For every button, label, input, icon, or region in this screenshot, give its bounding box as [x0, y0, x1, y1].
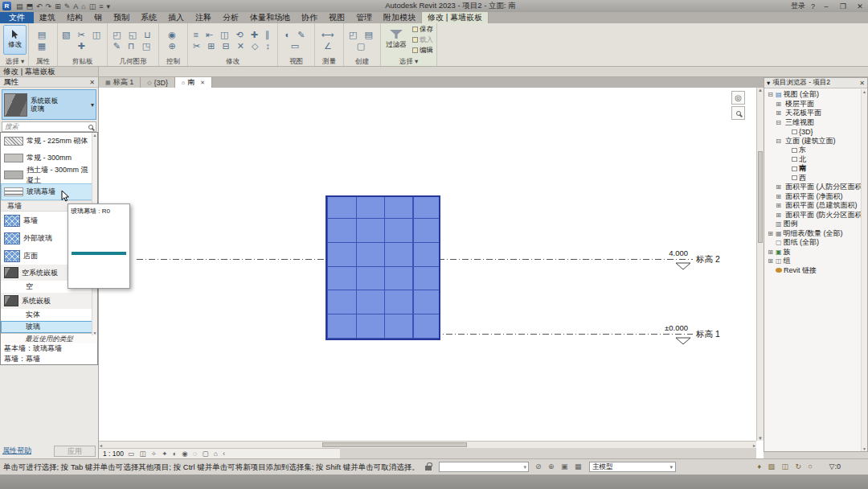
- ribbon-tab[interactable]: 预制: [108, 12, 135, 23]
- type-list-item[interactable]: 常规 - 225mm 砌体: [1, 133, 97, 150]
- ribbon-panel-label[interactable]: 创建: [344, 56, 380, 66]
- scrollbar-thumb[interactable]: [758, 151, 763, 243]
- worksets-input[interactable]: ▾: [439, 462, 529, 472]
- steering-wheel-icon[interactable]: ◎: [731, 91, 745, 105]
- view-scale[interactable]: 1 : 100: [103, 450, 124, 458]
- ribbon-tab[interactable]: 系统: [135, 12, 162, 23]
- ribbon-tab[interactable]: 建筑: [34, 12, 61, 23]
- type-list-item[interactable]: 玻璃幕墙: [1, 183, 97, 200]
- tree-expander-icon[interactable]: ⊟: [775, 138, 782, 145]
- tree-item[interactable]: Revit 链接: [765, 266, 866, 276]
- ribbon-tab[interactable]: 视图: [323, 12, 350, 23]
- editable-lock-icon[interactable]: [425, 466, 432, 471]
- ribbon-panel-icons[interactable]: ▧ ✂ ◫ ✚: [58, 23, 107, 56]
- qat-icon[interactable]: ≡: [99, 2, 103, 10]
- tree-expander-icon[interactable]: ⊟: [767, 91, 774, 98]
- ribbon-tab[interactable]: 修改 | 幕墙嵌板: [421, 11, 489, 23]
- browser-scrollbar[interactable]: ▲▼: [861, 89, 867, 451]
- qat-icon[interactable]: ✎: [64, 2, 71, 10]
- properties-help-link[interactable]: 属性帮助: [2, 446, 31, 456]
- tree-item[interactable]: 北: [765, 155, 866, 165]
- ribbon-tab[interactable]: 结构: [61, 12, 88, 23]
- tree-expander-icon[interactable]: ⊞: [775, 183, 782, 191]
- ribbon-panel-label[interactable]: 控制: [159, 56, 187, 66]
- qat-icon[interactable]: ↷: [46, 2, 52, 10]
- tree-item[interactable]: 东: [765, 146, 866, 155]
- chevron-down-icon[interactable]: ▾: [91, 101, 94, 109]
- tree-item[interactable]: ⊟ 三维视图: [765, 118, 866, 128]
- qat-icon[interactable]: ▾: [106, 2, 110, 10]
- restore-button[interactable]: ❐: [837, 2, 849, 10]
- tree-expander-icon[interactable]: ⊞: [775, 109, 782, 117]
- type-list-item[interactable]: 玻璃: [1, 321, 97, 333]
- zoom-tool-icon[interactable]: [731, 106, 745, 120]
- view-tab-close-icon[interactable]: ✕: [200, 80, 205, 86]
- signin-button[interactable]: 登录: [791, 1, 805, 11]
- recent-type-item[interactable]: 幕墙：幕墙: [1, 354, 97, 364]
- drawing-view[interactable]: ◎ 4.000 标高 2 ±0: [99, 88, 756, 441]
- qat-icon[interactable]: ⌂: [81, 2, 85, 10]
- tree-item[interactable]: 南: [765, 164, 866, 174]
- status-mid-icons[interactable]: ⊘ ⊕ ▣ ▦: [535, 462, 584, 471]
- type-search-input[interactable]: 搜索: [2, 121, 96, 132]
- ribbon-panel-icons[interactable]: ◐ ✎ ▭: [278, 23, 314, 56]
- design-options-select[interactable]: 主模型▾: [589, 462, 676, 472]
- tree-expander-icon[interactable]: ⊞: [775, 202, 782, 209]
- qat-icon[interactable]: ⬒: [27, 2, 34, 10]
- ribbon-tab[interactable]: 管理: [350, 12, 378, 23]
- recent-type-item[interactable]: 基本墙：玻璃幕墙: [1, 343, 97, 354]
- qat-icon[interactable]: ▤: [16, 2, 23, 10]
- ribbon-panel-label[interactable]: 测量: [315, 56, 343, 66]
- panel-label-select[interactable]: 选择 ▾: [2, 56, 28, 66]
- ribbon-panel-icons[interactable]: ◰ ◱ ⊔ ✎ ⊓ ◳: [108, 23, 158, 56]
- type-list-item[interactable]: 实体: [1, 309, 97, 321]
- tree-expander-icon[interactable]: ⊟: [775, 119, 782, 126]
- tree-expander-icon[interactable]: ⊞: [767, 257, 774, 265]
- filter-side-button[interactable]: 载入: [412, 35, 433, 45]
- filter-button[interactable]: 过滤器: [381, 30, 411, 50]
- apply-button[interactable]: 应用: [54, 446, 96, 457]
- ribbon-panel-label[interactable]: 属性: [29, 56, 57, 66]
- browser-close-icon[interactable]: ✕: [859, 80, 865, 87]
- ribbon-tab[interactable]: 附加模块: [378, 12, 421, 23]
- ribbon-panel-label[interactable]: 剪贴板: [58, 56, 107, 66]
- selection-filter-badge[interactable]: ▽:0: [829, 462, 841, 471]
- qat-icon[interactable]: ◫: [89, 2, 96, 10]
- ribbon-panel-icons[interactable]: ◉ ⊕: [159, 23, 187, 56]
- type-list-item[interactable]: 挡土墙 - 300mm 混凝土: [1, 166, 97, 183]
- ribbon-tab[interactable]: 钢: [88, 12, 108, 23]
- ribbon-tab[interactable]: 插入: [162, 12, 190, 23]
- filter-side-button[interactable]: 编辑: [412, 46, 433, 55]
- status-right-icons[interactable]: ♦ ▨ ◫ ↻ ○: [757, 462, 815, 471]
- ribbon-panel-label[interactable]: 修改: [188, 56, 277, 66]
- filter-side-button[interactable]: 保存: [412, 25, 433, 35]
- ribbon-tab[interactable]: 协作: [296, 12, 323, 23]
- type-selector[interactable]: 系统嵌板 玻璃 ▾: [2, 89, 96, 120]
- tree-item[interactable]: ⊞ 天花板平面: [765, 109, 866, 118]
- panel-label-selection[interactable]: 选择 ▾: [381, 56, 436, 66]
- ribbon-panel-icons[interactable]: ◰ ▤ ▢: [344, 23, 380, 56]
- ribbon-panel-label[interactable]: 视图: [278, 56, 314, 66]
- tree-item[interactable]: 图纸 (全部): [765, 238, 866, 248]
- horizontal-scrollbar[interactable]: ◂▸: [99, 441, 756, 448]
- tree-expander-icon[interactable]: ⊞: [775, 212, 782, 219]
- vertical-scrollbar[interactable]: ▲▼: [756, 88, 764, 441]
- ribbon-panel-label[interactable]: 几何图形: [108, 56, 158, 66]
- view-tab[interactable]: ◇ {3D}: [141, 77, 175, 88]
- ribbon-panel-icons[interactable]: ⟷ ∠: [315, 23, 343, 56]
- browser-dock-icon[interactable]: ▾: [767, 79, 770, 87]
- qat-icon[interactable]: ↶: [36, 2, 43, 10]
- ribbon-panel-icons[interactable]: ≡ ⇤ ◫ ⟲ ✚ ∥ ✂ ⊞ ⊟ ✕ ◇ ↕: [188, 23, 277, 56]
- properties-close-icon[interactable]: ✕: [89, 79, 95, 86]
- close-button[interactable]: ✕: [854, 2, 866, 10]
- tree-expander-icon[interactable]: ⊞: [767, 230, 774, 237]
- view-tab[interactable]: ⌂ 南 ✕: [175, 77, 212, 88]
- ribbon-tab[interactable]: 分析: [217, 12, 244, 23]
- minimize-button[interactable]: –: [821, 2, 832, 10]
- tree-item[interactable]: ⊟ 视图 (全部): [765, 90, 866, 100]
- tree-item[interactable]: ⊞ 族: [765, 248, 866, 257]
- ribbon-tab[interactable]: 注释: [190, 12, 217, 23]
- modify-button[interactable]: 修改: [3, 25, 27, 55]
- view-tab[interactable]: ▦ 标高 1: [99, 77, 141, 88]
- qat-icon[interactable]: A: [73, 2, 78, 10]
